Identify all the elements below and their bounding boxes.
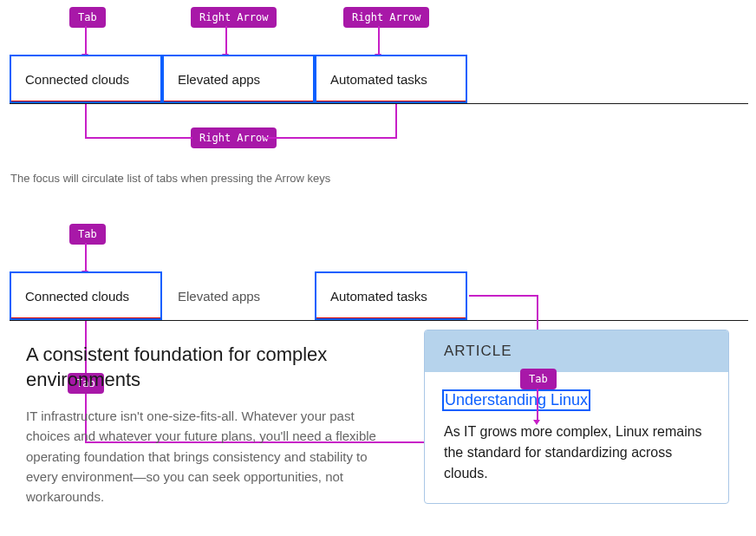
tab-automated-tasks[interactable]: Automated tasks [315, 55, 467, 103]
arrow-line [537, 389, 538, 422]
caption-text: The focus will circulate list of tabs wh… [10, 172, 330, 185]
tab-connected-clouds[interactable]: Connected clouds [10, 271, 162, 320]
badge-tab: Tab [520, 369, 557, 389]
card-label: ARTICLE [425, 330, 728, 372]
badge-right-arrow: Right Arrow [191, 127, 277, 148]
arrow-line [85, 26, 87, 56]
tab-elevated-apps[interactable]: Elevated apps [162, 55, 315, 103]
badge-right-arrow: Right Arrow [191, 7, 277, 28]
arrow-line [225, 26, 227, 56]
panel-body-text: IT infrastructure isn't one-size-fits-al… [26, 406, 399, 507]
tab-automated-tasks[interactable]: Automated tasks [315, 271, 467, 320]
tab-connected-clouds[interactable]: Connected clouds [10, 55, 162, 103]
tab-elevated-apps[interactable]: Elevated apps [162, 271, 315, 320]
arrow-line [469, 295, 538, 297]
article-card: ARTICLE Understanding Linux As IT grows … [424, 330, 729, 504]
arrow-line [265, 137, 395, 139]
panel-heading: A consistent foundation for complex envi… [26, 343, 399, 392]
tab-panel-content: A consistent foundation for complex envi… [26, 343, 399, 507]
tab-row-example-1: Connected clouds Elevated apps Automated… [10, 55, 748, 104]
badge-tab: Tab [69, 224, 106, 245]
article-link[interactable]: Understanding Linux [444, 391, 589, 409]
arrow-line [85, 104, 87, 139]
badge-right-arrow: Right Arrow [343, 7, 429, 28]
arrow-line [395, 104, 397, 139]
arrow-head-down-icon [533, 420, 540, 425]
tab-row-example-2: Connected clouds Elevated apps Automated… [10, 271, 748, 321]
arrow-line [85, 137, 192, 139]
arrow-line [378, 26, 380, 56]
badge-tab: Tab [69, 7, 106, 28]
card-body-text: As IT grows more complex, Linux remains … [444, 422, 709, 484]
arrow-line [85, 243, 87, 272]
